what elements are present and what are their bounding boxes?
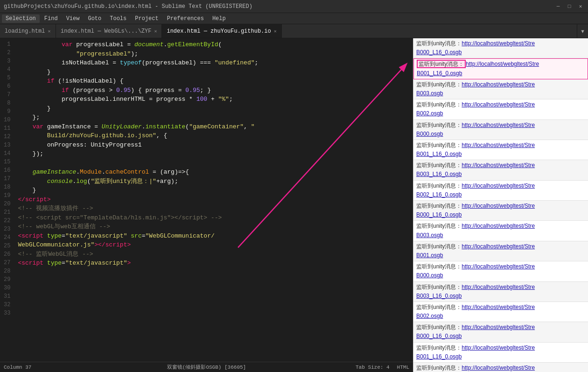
- main-area: 12345 678910 1112131415 1617181920 21222…: [0, 38, 588, 372]
- log-entry-15: 监听到unity消息：http://localhost/webgltest/St…: [413, 343, 588, 363]
- log-link[interactable]: http://localhost/webgltest/Stre: [462, 243, 535, 250]
- menu-selection[interactable]: Selection: [2, 14, 40, 23]
- log-entry-8: 监听到unity消息：http://localhost/webgltest/St…: [413, 201, 588, 221]
- tab-label: loading.html: [5, 28, 45, 35]
- status-encoding: 双窗镜(倾斜摄影OSGB) [36605]: [139, 364, 274, 371]
- line-numbers: 12345 678910 1112131415 1617181920 21222…: [0, 38, 14, 317]
- log-link[interactable]: http://localhost/webgltest/Stre: [462, 162, 535, 168]
- log-link[interactable]: http://localhost/webgltest/Stre: [462, 40, 535, 47]
- log-file[interactable]: B001_L16_0.osgb: [416, 150, 585, 159]
- log-file[interactable]: B002.osgb: [416, 312, 585, 321]
- tab-index-zhuyoufu[interactable]: index.html — zhuYouFu.github.io ✕: [162, 24, 281, 38]
- log-entry-9: 监听到unity消息：http://localhost/webgltest/St…: [413, 221, 588, 241]
- log-file[interactable]: B000_L16_0.osgb: [416, 48, 585, 57]
- log-entry-0: 监听到unity消息：http://localhost/webgltest/St…: [413, 38, 588, 58]
- maximize-button[interactable]: □: [566, 3, 573, 10]
- log-file[interactable]: B000_L16_0.osgb: [416, 211, 585, 219]
- menu-find[interactable]: Find: [41, 14, 62, 23]
- tab-label: index.html — WebGLs\...\ZYF: [61, 28, 151, 35]
- log-label: 监听到unity消息：: [416, 162, 462, 168]
- menu-preferences[interactable]: Preferences: [163, 14, 208, 23]
- log-file[interactable]: B000_L16_0.osgb: [416, 332, 585, 341]
- minimize-button[interactable]: ─: [554, 3, 562, 10]
- log-label: 监听到unity消息：: [417, 60, 466, 68]
- tab-close-icon[interactable]: ✕: [154, 28, 157, 34]
- log-entry-5: 监听到unity消息：http://localhost/webgltest/St…: [413, 140, 588, 160]
- log-link[interactable]: http://localhost/webgltest/Stre: [462, 122, 535, 128]
- code-lines[interactable]: var progressLabel = document.getElementB…: [14, 38, 413, 317]
- log-link[interactable]: http://localhost/webgltest/Stre: [466, 61, 539, 67]
- log-label: 监听到unity消息：: [416, 101, 462, 108]
- tab-close-icon[interactable]: ✕: [48, 28, 50, 34]
- log-label: 监听到unity消息：: [416, 243, 462, 250]
- tab-loading[interactable]: loading.html ✕: [0, 24, 56, 38]
- editor-pane: 12345 678910 1112131415 1617181920 21222…: [0, 38, 413, 372]
- close-button[interactable]: ✕: [577, 3, 584, 10]
- log-link[interactable]: http://localhost/webgltest/Stre: [462, 81, 535, 88]
- log-file[interactable]: B003_L16_0.osgb: [416, 170, 585, 179]
- log-link[interactable]: http://localhost/webgltest/Stre: [462, 365, 535, 371]
- log-entry-6: 监听到unity消息：http://localhost/webgltest/St…: [413, 160, 588, 180]
- log-link[interactable]: http://localhost/webgltest/Stre: [462, 344, 535, 351]
- log-entry-11: 监听到unity消息：http://localhost/webgltest/St…: [413, 261, 588, 281]
- log-label: 监听到unity消息：: [416, 324, 462, 330]
- menu-goto[interactable]: Goto: [84, 14, 105, 23]
- log-label: 监听到unity消息：: [416, 203, 462, 209]
- menu-view[interactable]: View: [63, 14, 84, 23]
- log-link[interactable]: http://localhost/webgltest/Stre: [462, 142, 535, 148]
- log-entry-12: 监听到unity消息：http://localhost/webgltest/St…: [413, 282, 588, 302]
- log-file[interactable]: B002.osgb: [416, 109, 585, 118]
- log-link[interactable]: http://localhost/webgltest/Stre: [462, 304, 535, 310]
- log-link[interactable]: http://localhost/webgltest/Stre: [462, 182, 535, 189]
- log-link[interactable]: http://localhost/webgltest/Stre: [462, 324, 535, 330]
- log-file[interactable]: B003_L16_0.osgb: [416, 292, 585, 301]
- log-file[interactable]: B000.osgb: [416, 271, 585, 280]
- status-syntax: HTML: [397, 365, 409, 370]
- menu-tools[interactable]: Tools: [106, 14, 130, 23]
- tab-bar: loading.html ✕ index.html — WebGLs\...\Z…: [0, 24, 588, 38]
- log-file[interactable]: B003.osgb: [416, 231, 585, 240]
- status-bar: Column 37 双窗镜(倾斜摄影OSGB) [36605] Tab Size…: [0, 362, 413, 372]
- menu-help[interactable]: Help: [209, 14, 230, 23]
- log-entry-16: 监听到unity消息：http://localhost/webgltest/St…: [413, 363, 588, 372]
- log-label: 监听到unity消息：: [416, 344, 462, 351]
- log-label: 监听到unity消息：: [416, 304, 462, 310]
- menu-project[interactable]: Project: [131, 14, 162, 23]
- log-entry-13: 监听到unity消息：http://localhost/webgltest/St…: [413, 302, 588, 322]
- log-label: 监听到unity消息：: [416, 263, 462, 270]
- tab-index-webgls[interactable]: index.html — WebGLs\...\ZYF ✕: [56, 24, 162, 38]
- log-file[interactable]: B003.osgb: [416, 89, 585, 98]
- title-text: githubProjects\zhuYouFu.github.io\index.…: [4, 3, 554, 10]
- log-label: 监听到unity消息：: [416, 182, 462, 189]
- log-entry-1: 监听到unity消息：http://localhost/webgltest/St…: [413, 58, 588, 79]
- status-right: Tab Size: 4 HTML: [274, 365, 409, 370]
- log-entry-7: 监听到unity消息：http://localhost/webgltest/St…: [413, 181, 588, 201]
- console-log-list: 监听到unity消息：http://localhost/webgltest/St…: [413, 38, 588, 372]
- log-entry-10: 监听到unity消息：http://localhost/webgltest/St…: [413, 241, 588, 261]
- log-file[interactable]: B001_L16_0.osgb: [417, 69, 585, 78]
- status-column: Column 37: [4, 365, 139, 370]
- log-file[interactable]: B001_L16_0.osgb: [416, 352, 585, 361]
- code-area[interactable]: 12345 678910 1112131415 1617181920 21222…: [0, 38, 413, 317]
- log-link[interactable]: http://localhost/webgltest/Stre: [462, 263, 535, 270]
- tab-close-icon[interactable]: ✕: [274, 28, 277, 34]
- status-tabsize: Tab Size: 4: [356, 365, 390, 370]
- log-link[interactable]: http://localhost/webgltest/Stre: [462, 284, 535, 290]
- title-bar: githubProjects\zhuYouFu.github.io\index.…: [0, 0, 588, 13]
- console-pane: 监听到unity消息：http://localhost/webgltest/St…: [413, 38, 588, 372]
- log-link[interactable]: http://localhost/webgltest/Stre: [462, 101, 535, 108]
- log-file[interactable]: B002_L16_0.osgb: [416, 190, 585, 199]
- log-file[interactable]: B000.osgb: [416, 130, 585, 139]
- menu-bar: Selection Find View Goto Tools Project P…: [0, 13, 588, 24]
- log-label: 监听到unity消息：: [416, 223, 462, 229]
- log-file[interactable]: B001.osgb: [416, 251, 585, 260]
- tab-dropdown-button[interactable]: ▾: [577, 24, 588, 38]
- log-link[interactable]: http://localhost/webgltest/Stre: [462, 223, 535, 229]
- tab-label: index.html — zhuYouFu.github.io: [167, 28, 271, 35]
- log-label: 监听到unity消息：: [416, 122, 462, 128]
- window-controls[interactable]: ─ □ ✕: [554, 3, 584, 10]
- status-encoding-text: 双窗镜(倾斜摄影OSGB) [36605]: [167, 365, 246, 370]
- log-label: 监听到unity消息：: [416, 365, 462, 371]
- log-label: 监听到unity消息：: [416, 81, 462, 88]
- log-link[interactable]: http://localhost/webgltest/Stre: [462, 203, 535, 209]
